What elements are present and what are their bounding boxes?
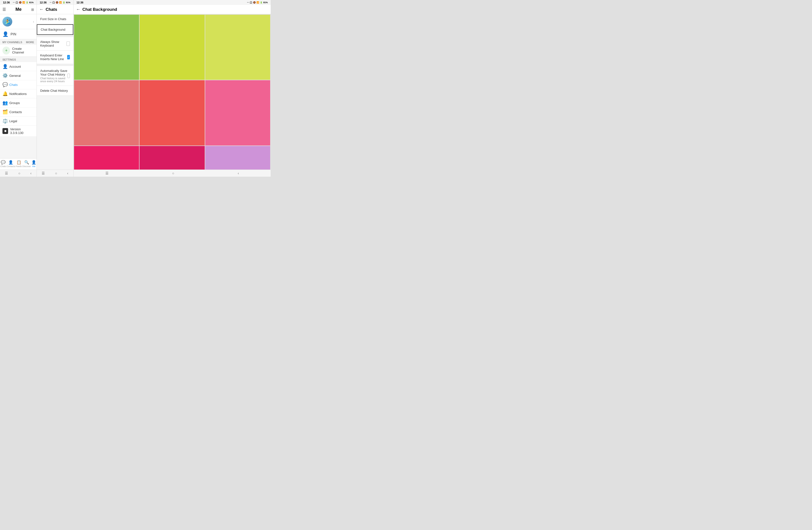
android-home-bg[interactable]: ○ (172, 171, 174, 175)
color-cell-2[interactable] (205, 15, 270, 80)
pin-row[interactable]: 👤 PIN (0, 29, 37, 39)
settings-item-groups[interactable]: 👥Groups (0, 98, 37, 108)
settings-item-version-3.3.9.130[interactable]: Version 3.3.9.130 (0, 126, 37, 137)
android-back-chats[interactable]: ‹ (67, 171, 68, 175)
chats-menu-item-2[interactable]: Always Show Keyboard (37, 37, 73, 51)
discover-nav-icon: 🔍 (24, 160, 29, 165)
back-arrow-chats[interactable]: ← (39, 7, 44, 12)
status-bar-me: 12:36 ··· 🎧 🔕 📶 🔋 81% (0, 0, 37, 5)
settings-item-account[interactable]: 👤Account (0, 62, 37, 71)
nav-chats[interactable]: 💬 Chats (0, 160, 6, 168)
menu-item-subtitle: Chat history is saved once every 24 hour… (40, 77, 68, 83)
my-channels-header: MY CHANNELS MORE (0, 39, 37, 45)
chats-menu-list: Font Size in ChatsChat BackgroundAlways … (37, 14, 73, 96)
status-bar-bg: 12:36 ··· 🎧 🔕 📶 🔋 81% (74, 0, 271, 5)
menu-item-label: Keyboard Enter Inserts New Line (40, 54, 67, 61)
menu-item-label: Chat Background (41, 28, 65, 31)
bg-screen-title: Chat Background (82, 7, 117, 12)
status-icons-chats: ··· 🎧 🔕 📶 🔋 81% (49, 1, 70, 4)
settings-icon: 👤 (2, 64, 8, 69)
android-menu-bg[interactable]: ☰ (105, 171, 108, 175)
settings-icon: 💬 (2, 82, 8, 87)
time-me: 12:36 (3, 1, 10, 4)
settings-item-contacts[interactable]: 🗂️Contacts (0, 108, 37, 116)
nav-me[interactable]: 👤 Me (31, 160, 36, 168)
settings-icon: 🗂️ (2, 109, 8, 115)
color-cell-6[interactable] (74, 146, 139, 169)
chats-menu-item-1[interactable]: Chat Background (37, 24, 73, 35)
me-top-bar: ☰ Me ⊞ (0, 5, 37, 14)
settings-icon: ⚖️ (2, 118, 8, 124)
android-menu-me[interactable]: ☰ (5, 171, 8, 175)
settings-item-label: Legal (9, 119, 17, 123)
profile-section[interactable]: 🏄 › (0, 14, 37, 29)
color-grid: ✓ (74, 14, 271, 169)
feeds-nav-icon: 📋 (16, 160, 21, 165)
menu-item-checkbox[interactable] (67, 41, 70, 46)
android-back-me[interactable]: ‹ (30, 171, 32, 175)
android-home-me[interactable]: ○ (18, 171, 20, 175)
back-arrow-bg[interactable]: ← (76, 7, 81, 12)
nav-contacts[interactable]: 👤 Contacts (6, 160, 15, 168)
color-cell-0[interactable] (74, 15, 139, 80)
plus-circle-icon: + (2, 47, 10, 55)
color-cell-1[interactable] (140, 15, 204, 80)
nav-discover-label: Discover (22, 165, 31, 168)
qr-icon[interactable]: ⊞ (31, 8, 34, 12)
chats-menu-item-5[interactable]: Delete Chat History (37, 86, 73, 96)
settings-item-general[interactable]: ⚙️General (0, 71, 37, 80)
bg-top-bar: ← Chat Background (74, 5, 271, 14)
bottom-nav-me: 💬 Chats 👤 Contacts 📋 Feeds 🔍 Discover 👤 … (0, 158, 37, 169)
chats-menu-item-3[interactable]: Keyboard Enter Inserts New Line (37, 51, 73, 64)
color-cell-5[interactable] (205, 80, 270, 145)
time-chats: 12:36 (40, 1, 47, 4)
android-nav-me: ☰ ○ ‹ (0, 169, 37, 177)
menu-item-checkbox[interactable] (67, 55, 70, 59)
chats-panel: 12:36 ··· 🎧 🔕 📶 🔋 81% ← Chats Font Size … (37, 0, 74, 177)
android-menu-chats[interactable]: ☰ (42, 171, 45, 175)
chats-menu-item-0[interactable]: Font Size in Chats (37, 14, 73, 24)
avatar: 🏄 (2, 17, 12, 27)
color-cell-4[interactable] (140, 80, 204, 145)
settings-icon: ⚙️ (2, 73, 8, 78)
settings-header: SETTINGS (0, 57, 37, 62)
settings-icon: 🔔 (2, 91, 8, 96)
menu-item-checkbox[interactable] (68, 74, 70, 78)
chevron-right-icon: › (33, 19, 34, 24)
nav-feeds[interactable]: 📋 Feeds (16, 160, 22, 168)
more-button[interactable]: MORE (26, 41, 34, 44)
android-nav-chats: ☰ ○ ‹ (37, 169, 73, 177)
version-icon (2, 128, 8, 134)
separator (37, 64, 73, 66)
background-panel: 12:36 ··· 🎧 🔕 📶 🔋 81% ← Chat Background … (74, 0, 271, 177)
settings-item-label: Chats (9, 83, 18, 87)
settings-item-chats[interactable]: 💬Chats (0, 80, 37, 89)
nav-feeds-label: Feeds (16, 165, 22, 168)
android-home-chats[interactable]: ○ (55, 171, 57, 175)
nav-discover[interactable]: 🔍 Discover (22, 160, 31, 168)
hamburger-icon[interactable]: ☰ (2, 7, 6, 12)
create-channel-row[interactable]: + Create Channel (0, 45, 37, 57)
settings-item-label: Groups (9, 101, 20, 105)
color-cell-3[interactable] (74, 80, 139, 145)
settings-item-label: Version 3.3.9.130 (10, 127, 34, 135)
person-icon: 👤 (2, 31, 9, 37)
settings-item-label: Notifications (9, 92, 27, 96)
menu-item-label: Delete Chat History (40, 89, 68, 93)
status-icons-me: ··· 🎧 🔕 📶 🔋 81% (13, 1, 33, 4)
settings-item-label: Account (9, 65, 21, 68)
settings-item-label: Contacts (9, 110, 22, 114)
me-panel: 12:36 ··· 🎧 🔕 📶 🔋 81% ☰ Me ⊞ 🏄 › 👤 PIN M… (0, 0, 37, 177)
settings-item-label: General (9, 74, 20, 78)
settings-item-legal[interactable]: ⚖️Legal (0, 116, 37, 126)
menu-item-label: Automatically Save Your Chat History (40, 69, 68, 76)
android-nav-bg: ☰ ○ ‹ (74, 169, 271, 177)
chats-screen-title: Chats (46, 7, 57, 12)
create-channel-label: Create Channel (12, 47, 34, 54)
color-cell-7[interactable] (140, 146, 204, 169)
chats-menu-item-4[interactable]: Automatically Save Your Chat HistoryChat… (37, 66, 73, 86)
chats-top-bar: ← Chats (37, 5, 73, 14)
color-cell-8[interactable] (205, 146, 270, 169)
android-back-bg[interactable]: ‹ (238, 171, 239, 175)
settings-item-notifications[interactable]: 🔔Notifications (0, 89, 37, 98)
